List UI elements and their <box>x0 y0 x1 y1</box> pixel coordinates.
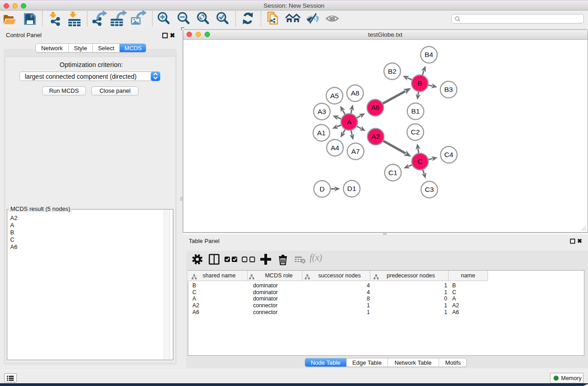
svg-text:C3: C3 <box>425 186 434 193</box>
svg-text:A: A <box>347 118 352 125</box>
svg-text:A8: A8 <box>351 89 359 97</box>
svg-text:A6: A6 <box>371 104 379 111</box>
svg-text:C4: C4 <box>444 151 453 158</box>
svg-text:A2: A2 <box>371 133 380 140</box>
svg-text:B4: B4 <box>425 51 433 58</box>
svg-text:A4: A4 <box>330 143 339 151</box>
svg-text:B2: B2 <box>388 67 397 75</box>
svg-text:D1: D1 <box>347 185 356 192</box>
svg-text:D: D <box>319 185 324 192</box>
svg-text:A7: A7 <box>351 147 360 155</box>
svg-text:C2: C2 <box>411 128 420 136</box>
svg-text:B1: B1 <box>411 107 420 115</box>
svg-text:C1: C1 <box>388 168 397 176</box>
svg-text:A3: A3 <box>317 107 326 115</box>
svg-text:B: B <box>417 79 422 87</box>
svg-text:C: C <box>417 157 422 165</box>
svg-text:B3: B3 <box>444 86 453 93</box>
svg-text:A5: A5 <box>330 91 339 99</box>
svg-text:A1: A1 <box>317 129 325 136</box>
